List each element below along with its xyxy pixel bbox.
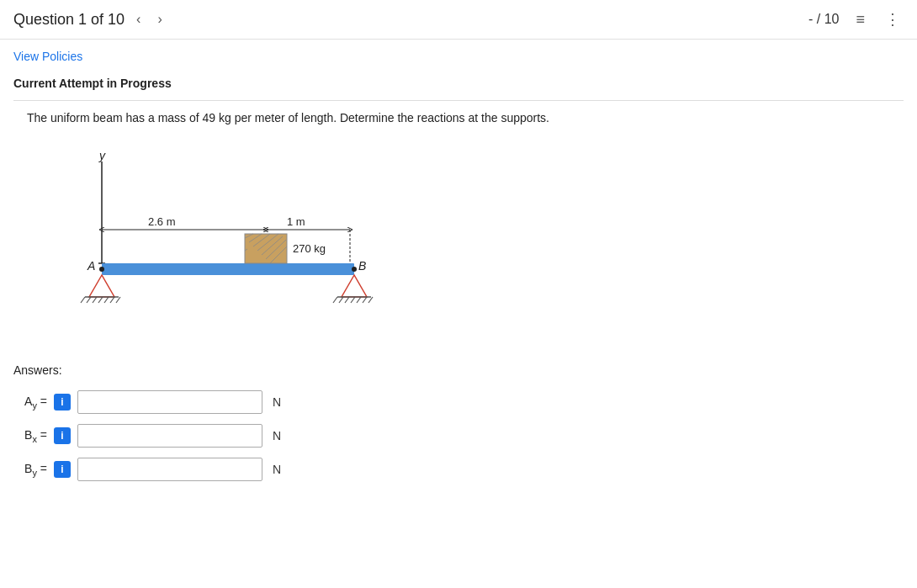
- divider: [13, 100, 904, 101]
- svg-line-35: [345, 297, 349, 303]
- info-badge-ay[interactable]: i: [54, 394, 71, 411]
- svg-line-36: [351, 297, 355, 303]
- svg-line-26: [104, 297, 109, 303]
- answer-row-bx: Bx = i N: [13, 424, 904, 448]
- prev-question-button[interactable]: ‹: [131, 10, 146, 29]
- info-badge-by[interactable]: i: [54, 461, 71, 478]
- svg-line-27: [110, 297, 114, 303]
- svg-marker-20: [89, 275, 114, 297]
- svg-marker-31: [342, 275, 367, 297]
- svg-text:A: A: [87, 259, 95, 273]
- svg-line-28: [116, 297, 120, 303]
- info-badge-bx[interactable]: i: [54, 427, 71, 444]
- y-axis-label: y: [98, 149, 106, 162]
- svg-point-30: [352, 267, 357, 272]
- svg-line-24: [93, 297, 97, 303]
- input-bx[interactable]: [77, 424, 262, 448]
- label-bx: Bx =: [13, 428, 47, 444]
- svg-text:1 m: 1 m: [287, 215, 305, 228]
- svg-line-22: [81, 297, 85, 303]
- header: Question 1 of 10 ‹ › - / 10 ≡ ⋮: [0, 0, 917, 40]
- svg-text:B: B: [358, 259, 366, 273]
- view-policies-link[interactable]: View Policies: [13, 50, 82, 63]
- svg-line-23: [87, 297, 91, 303]
- svg-text:270 kg: 270 kg: [293, 242, 326, 255]
- more-options-button[interactable]: ⋮: [882, 8, 904, 30]
- svg-line-38: [363, 297, 367, 303]
- svg-line-37: [357, 297, 361, 303]
- header-right: - / 10 ≡ ⋮: [808, 8, 904, 30]
- attempt-label: Current Attempt in Progress: [13, 77, 904, 90]
- answers-section: Answers: Ay = i N Bx = i N By = i N: [13, 363, 904, 481]
- svg-text:2.6 m: 2.6 m: [148, 215, 176, 228]
- svg-line-25: [98, 297, 103, 303]
- svg-line-39: [368, 297, 373, 303]
- answers-title: Answers:: [13, 363, 904, 377]
- content-area: View Policies Current Attempt in Progres…: [0, 40, 917, 501]
- beam-svg: y 2.6 m 1 m: [39, 141, 493, 335]
- next-question-button[interactable]: ›: [152, 10, 167, 29]
- label-by: By =: [13, 462, 47, 478]
- svg-point-19: [99, 267, 104, 272]
- answer-row-ay: Ay = i N: [13, 390, 904, 414]
- svg-line-34: [339, 297, 343, 303]
- svg-rect-7: [102, 263, 354, 275]
- problem-text: The uniform beam has a mass of 49 kg per…: [13, 111, 904, 124]
- question-title: Question 1 of 10: [13, 11, 125, 29]
- beam-diagram: y 2.6 m 1 m: [39, 141, 510, 343]
- input-by[interactable]: [77, 458, 262, 481]
- svg-line-33: [333, 297, 337, 303]
- score-display: - / 10: [808, 12, 839, 27]
- list-icon-button[interactable]: ≡: [852, 9, 868, 30]
- unit-by: N: [273, 463, 281, 476]
- answer-row-by: By = i N: [13, 458, 904, 481]
- header-left: Question 1 of 10 ‹ ›: [13, 10, 167, 29]
- unit-bx: N: [273, 429, 281, 442]
- input-ay[interactable]: [77, 390, 262, 414]
- label-ay: Ay =: [13, 395, 47, 411]
- unit-ay: N: [273, 395, 281, 409]
